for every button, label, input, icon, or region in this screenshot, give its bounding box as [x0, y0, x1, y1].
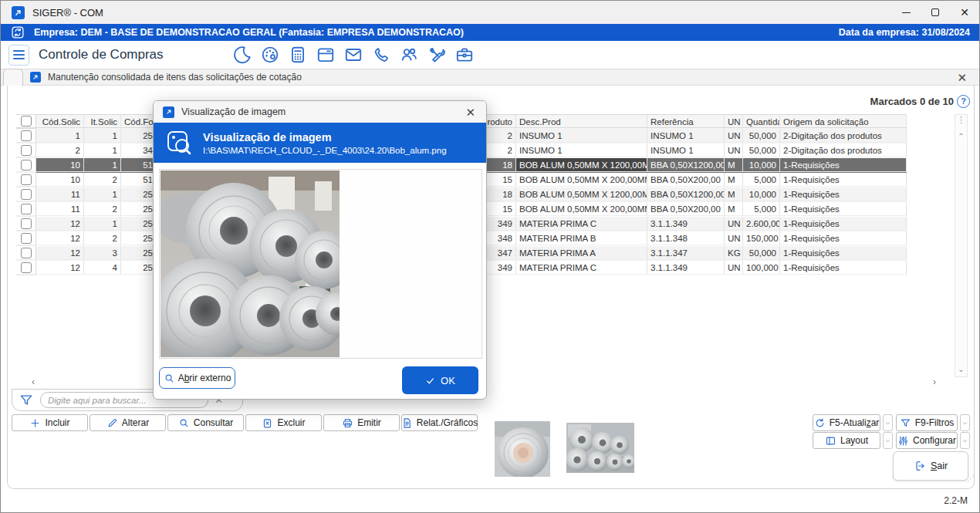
help-icon[interactable]: ? [957, 95, 970, 108]
row-checkbox[interactable] [21, 248, 32, 258]
table-cell: BBA 0,50X200,00 [647, 202, 725, 216]
filter-funnel-icon[interactable] [19, 393, 34, 408]
ok-button[interactable]: OK [402, 366, 478, 394]
column-header[interactable]: Origem da solicitação [780, 115, 907, 128]
table-cell: M [725, 187, 743, 201]
phone-icon[interactable] [371, 45, 391, 65]
row-checkbox[interactable] [21, 233, 32, 244]
table-cell: 3.1.1.349 [647, 261, 725, 275]
dialog-app-icon [163, 106, 174, 118]
document-icon [401, 417, 413, 429]
maximize-button[interactable] [921, 1, 950, 24]
close-button[interactable]: ✕ [950, 1, 979, 24]
layout-button[interactable]: Layout [813, 432, 880, 449]
table-cell: 25 [121, 261, 157, 275]
consultar-button[interactable]: Consultar [167, 414, 244, 431]
table-cell: M [725, 158, 743, 172]
column-header[interactable]: Cód.Fo [121, 115, 157, 128]
magnifier-icon [178, 417, 190, 429]
configurar-button[interactable]: Configurar [896, 432, 958, 449]
action-buttons: Incluir Alterar Consultar Excluir Emitir… [12, 414, 478, 431]
row-checkbox[interactable] [21, 145, 32, 156]
table-cell: UN [725, 261, 743, 275]
f9-dropdown-icon[interactable] [960, 414, 970, 431]
emitir-button[interactable]: Emitir [323, 414, 400, 431]
row-checkbox[interactable] [21, 218, 32, 229]
column-header[interactable]: Referência [647, 115, 725, 128]
layout-icon [825, 435, 836, 447]
row-checkbox[interactable] [21, 130, 32, 141]
relatorios-button[interactable]: Relat./Gráficos [401, 414, 478, 431]
image-preview-dialog: Visualização de imagem ✕ Visualização de… [153, 100, 487, 400]
table-cell: UN [725, 129, 743, 143]
mail-icon[interactable] [343, 45, 363, 65]
column-header[interactable]: Desc.Prod [516, 115, 647, 128]
layout-dropdown-icon[interactable] [883, 432, 893, 449]
incluir-button[interactable]: Incluir [12, 414, 88, 431]
table-cell: 50,000 [743, 129, 780, 143]
refresh-icon [814, 417, 826, 429]
dialog-titlebar: Visualização de imagem ✕ [154, 101, 486, 123]
minimize-button[interactable] [891, 1, 921, 24]
table-cell: 25 [121, 246, 157, 260]
row-checkbox-cell [16, 143, 36, 157]
menu-hamburger-icon[interactable] [8, 45, 29, 66]
table-cell: 1-Requisições [780, 231, 907, 245]
image-search-icon [166, 130, 192, 156]
table-cell: BOB ALUM 0,50MM X 200,00MM [516, 202, 647, 216]
f9-filtros-button[interactable]: F9-Filtros [896, 414, 958, 431]
app-window: SIGER® - COM ✕ Empresa: DEM - BASE DE DE… [0, 0, 980, 513]
f5-label: F5-Atualizar [830, 417, 880, 428]
select-all-checkbox[interactable] [21, 116, 32, 127]
scroll-right-icon[interactable]: › [933, 376, 936, 387]
scroll-up-icon[interactable]: ⌃ [955, 132, 967, 140]
users-icon[interactable] [399, 45, 419, 65]
scroll-down-icon[interactable]: ⌄ [955, 365, 967, 373]
company-switch-icon[interactable] [11, 25, 25, 39]
column-header[interactable]: Cód.Solic [36, 115, 84, 128]
table-cell: 3.1.1.349 [647, 217, 725, 231]
window-title: SIGER® - COM [32, 7, 103, 19]
column-header[interactable]: UN [725, 115, 743, 128]
moon-icon[interactable] [232, 45, 252, 65]
tools-icon[interactable] [427, 45, 447, 65]
alterar-button[interactable]: Alterar [90, 414, 166, 431]
palette-icon[interactable] [260, 45, 280, 65]
column-options-icon[interactable]: ⋮ [955, 116, 967, 122]
row-checkbox[interactable] [21, 204, 32, 214]
row-checkbox[interactable] [21, 160, 32, 170]
subwindow-header: Manutenção consolidada de itens das soli… [1, 69, 979, 86]
table-cell: BOB ALUM 0,50MM X 200,00MM [516, 173, 647, 187]
excluir-button[interactable]: Excluir [245, 414, 322, 431]
scroll-left-icon[interactable]: ‹ [32, 376, 35, 387]
calculator-icon[interactable] [288, 45, 308, 65]
sair-button[interactable]: Sair [893, 451, 968, 481]
row-checkbox-cell [16, 231, 36, 245]
agenda-icon[interactable] [316, 45, 336, 65]
product-thumbnail-2[interactable] [566, 423, 634, 473]
vertical-scrollbar[interactable]: ⋮ ⌃ ⌄ [955, 114, 968, 377]
subwindow-close-icon[interactable]: ✕ [957, 72, 967, 83]
row-checkbox[interactable] [21, 189, 32, 200]
abrir-externo-button[interactable]: Abrir externo [159, 367, 235, 389]
table-cell: M [725, 173, 743, 187]
toolbox-icon[interactable] [455, 45, 475, 65]
table-cell: KG [725, 246, 743, 260]
table-cell: 25 [121, 217, 157, 231]
column-header[interactable]: Quantidade [743, 115, 780, 128]
company-bar: Empresa: DEM - BASE DE DEMONSTRACAO GERA… [1, 24, 979, 41]
column-header[interactable]: It.Solic [84, 115, 121, 128]
resize-grip[interactable]: ⋰ [967, 474, 975, 483]
product-thumbnail-1[interactable] [495, 421, 550, 477]
f5-dropdown-icon[interactable] [883, 414, 893, 431]
table-cell: 11 [36, 187, 84, 201]
configurar-dropdown-icon[interactable] [960, 432, 970, 449]
pencil-icon [106, 417, 118, 429]
table-cell: 2.600,000 [743, 217, 780, 231]
row-checkbox[interactable] [21, 174, 32, 185]
row-checkbox-cell [16, 158, 36, 172]
f5-atualizar-button[interactable]: F5-Atualizar [813, 414, 880, 431]
dialog-close-icon[interactable]: ✕ [465, 106, 475, 118]
table-cell: 1-Requisições [780, 158, 907, 172]
row-checkbox[interactable] [21, 262, 32, 273]
